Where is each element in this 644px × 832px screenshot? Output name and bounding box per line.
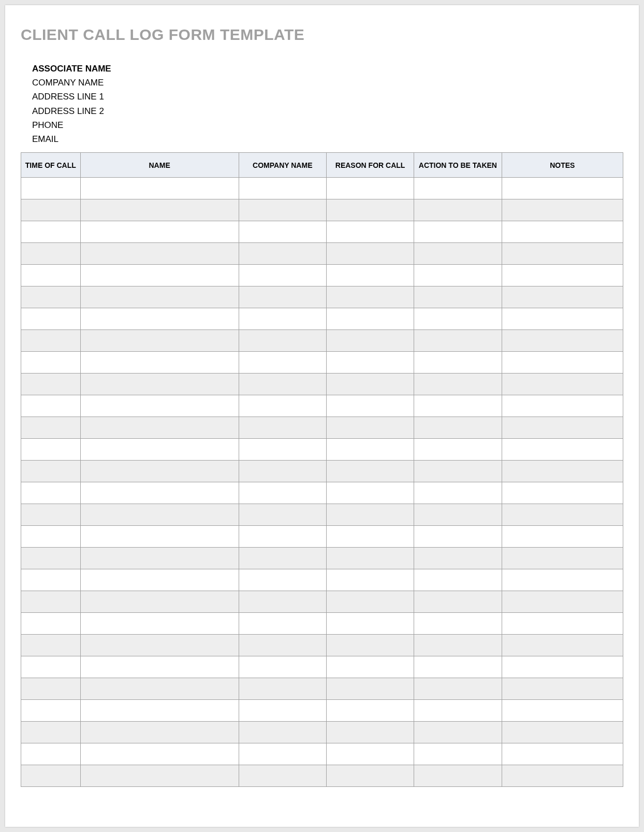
- table-cell[interactable]: [80, 743, 239, 765]
- table-cell[interactable]: [80, 482, 239, 504]
- table-cell[interactable]: [21, 395, 81, 417]
- table-cell[interactable]: [326, 199, 414, 221]
- table-cell[interactable]: [414, 374, 502, 395]
- table-cell[interactable]: [414, 504, 502, 526]
- table-cell[interactable]: [326, 243, 414, 265]
- table-cell[interactable]: [502, 722, 623, 743]
- table-cell[interactable]: [414, 221, 502, 243]
- table-cell[interactable]: [502, 395, 623, 417]
- table-cell[interactable]: [80, 461, 239, 482]
- table-cell[interactable]: [80, 243, 239, 265]
- table-cell[interactable]: [239, 178, 326, 199]
- table-cell[interactable]: [239, 417, 326, 439]
- table-cell[interactable]: [21, 569, 81, 591]
- table-cell[interactable]: [502, 199, 623, 221]
- table-cell[interactable]: [502, 482, 623, 504]
- table-cell[interactable]: [326, 722, 414, 743]
- table-cell[interactable]: [414, 330, 502, 352]
- table-cell[interactable]: [326, 504, 414, 526]
- table-cell[interactable]: [502, 678, 623, 700]
- table-cell[interactable]: [502, 243, 623, 265]
- table-cell[interactable]: [80, 308, 239, 330]
- table-cell[interactable]: [502, 417, 623, 439]
- table-cell[interactable]: [502, 330, 623, 352]
- table-cell[interactable]: [414, 286, 502, 308]
- table-cell[interactable]: [502, 765, 623, 787]
- table-cell[interactable]: [239, 765, 326, 787]
- table-cell[interactable]: [414, 243, 502, 265]
- table-cell[interactable]: [80, 352, 239, 374]
- table-cell[interactable]: [502, 526, 623, 548]
- table-cell[interactable]: [502, 743, 623, 765]
- table-cell[interactable]: [80, 548, 239, 569]
- table-cell[interactable]: [414, 482, 502, 504]
- table-cell[interactable]: [239, 635, 326, 656]
- table-cell[interactable]: [80, 265, 239, 286]
- table-cell[interactable]: [21, 656, 81, 678]
- table-cell[interactable]: [414, 395, 502, 417]
- table-cell[interactable]: [414, 417, 502, 439]
- table-cell[interactable]: [80, 765, 239, 787]
- table-cell[interactable]: [80, 591, 239, 613]
- table-cell[interactable]: [80, 395, 239, 417]
- table-cell[interactable]: [80, 504, 239, 526]
- table-cell[interactable]: [326, 678, 414, 700]
- table-cell[interactable]: [326, 352, 414, 374]
- table-cell[interactable]: [414, 439, 502, 461]
- table-cell[interactable]: [326, 461, 414, 482]
- table-cell[interactable]: [239, 482, 326, 504]
- table-cell[interactable]: [326, 635, 414, 656]
- table-cell[interactable]: [414, 308, 502, 330]
- table-cell[interactable]: [414, 526, 502, 548]
- table-cell[interactable]: [80, 286, 239, 308]
- table-cell[interactable]: [21, 482, 81, 504]
- table-cell[interactable]: [326, 700, 414, 722]
- table-cell[interactable]: [414, 765, 502, 787]
- table-cell[interactable]: [80, 569, 239, 591]
- table-cell[interactable]: [21, 178, 81, 199]
- table-cell[interactable]: [239, 286, 326, 308]
- table-cell[interactable]: [21, 265, 81, 286]
- table-cell[interactable]: [239, 199, 326, 221]
- table-cell[interactable]: [414, 591, 502, 613]
- table-cell[interactable]: [326, 417, 414, 439]
- table-cell[interactable]: [80, 178, 239, 199]
- table-cell[interactable]: [502, 265, 623, 286]
- table-cell[interactable]: [21, 417, 81, 439]
- table-cell[interactable]: [239, 374, 326, 395]
- table-cell[interactable]: [239, 569, 326, 591]
- table-cell[interactable]: [21, 221, 81, 243]
- table-cell[interactable]: [21, 352, 81, 374]
- table-cell[interactable]: [326, 656, 414, 678]
- table-cell[interactable]: [414, 656, 502, 678]
- table-cell[interactable]: [326, 178, 414, 199]
- table-cell[interactable]: [326, 439, 414, 461]
- table-cell[interactable]: [21, 461, 81, 482]
- table-cell[interactable]: [21, 308, 81, 330]
- table-cell[interactable]: [80, 700, 239, 722]
- table-cell[interactable]: [502, 504, 623, 526]
- table-cell[interactable]: [239, 243, 326, 265]
- table-cell[interactable]: [326, 308, 414, 330]
- table-cell[interactable]: [502, 613, 623, 635]
- table-cell[interactable]: [80, 221, 239, 243]
- table-cell[interactable]: [80, 199, 239, 221]
- table-cell[interactable]: [414, 265, 502, 286]
- table-cell[interactable]: [326, 221, 414, 243]
- table-cell[interactable]: [502, 656, 623, 678]
- table-cell[interactable]: [21, 722, 81, 743]
- table-cell[interactable]: [502, 178, 623, 199]
- table-cell[interactable]: [414, 700, 502, 722]
- table-cell[interactable]: [80, 635, 239, 656]
- table-cell[interactable]: [239, 591, 326, 613]
- table-cell[interactable]: [414, 569, 502, 591]
- table-cell[interactable]: [80, 374, 239, 395]
- table-cell[interactable]: [326, 395, 414, 417]
- table-cell[interactable]: [80, 330, 239, 352]
- table-cell[interactable]: [326, 482, 414, 504]
- table-cell[interactable]: [21, 330, 81, 352]
- table-cell[interactable]: [21, 613, 81, 635]
- table-cell[interactable]: [239, 439, 326, 461]
- table-cell[interactable]: [502, 439, 623, 461]
- table-cell[interactable]: [502, 591, 623, 613]
